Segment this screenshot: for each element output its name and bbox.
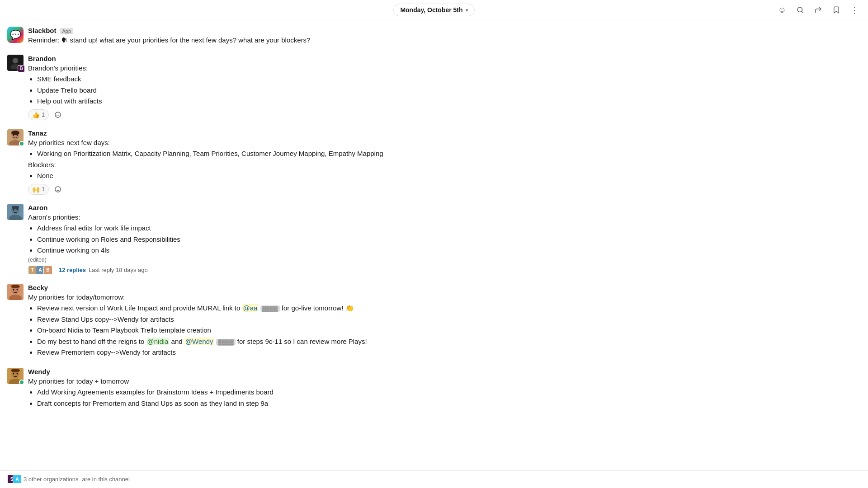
reply-avatars: T A B: [28, 266, 52, 275]
message-aaron: Aaron Aaron's priorities: Address final …: [7, 203, 861, 276]
wendy-text: My priorities for today + tomorrow Add W…: [28, 376, 861, 409]
avatar-tanaz: [7, 129, 24, 145]
tanaz-add-reaction[interactable]: [52, 184, 64, 195]
brandon-item-2: Update Trello board: [37, 85, 861, 96]
top-right-icons: ☺ ⋮: [776, 4, 861, 16]
avatar-becky: [7, 284, 24, 300]
mention-nidia[interactable]: @nidia: [146, 338, 170, 345]
brandon-text: Brandon's priorities: SME feedback Updat…: [28, 63, 861, 107]
aaron-content: Aaron Aaron's priorities: Address final …: [28, 204, 861, 275]
aaron-item-3: Continue working on 4ls: [37, 245, 861, 256]
wendy-content: Wendy My priorities for today + tomorrow…: [28, 368, 861, 410]
date-pill[interactable]: Monday, October 5th ▾: [393, 4, 474, 16]
svg-point-25: [13, 289, 14, 290]
org-avatar-2: A: [13, 474, 22, 483]
date-label: Monday, October 5th: [400, 6, 462, 14]
becky-item-4: Do my best to hand off the reigns to @ni…: [37, 337, 861, 347]
org-info: S A 3 other organizations are in this ch…: [7, 474, 861, 483]
tanaz-text: My priorities next few days: Working on …: [28, 138, 861, 181]
reply-count[interactable]: 12 replies: [59, 267, 86, 273]
tanaz-item-1: Working on Prioritization Matrix, Capaci…: [37, 149, 861, 159]
becky-item-3: On-board Nidia to Team Playbook Trello t…: [37, 325, 861, 336]
mention-aa[interactable]: @aa: [242, 304, 259, 312]
svg-rect-21: [12, 206, 19, 209]
top-bar: Monday, October 5th ▾ ☺ ⋮: [0, 0, 868, 20]
becky-text: My priorities for today/tomorrow: Review…: [28, 292, 861, 358]
avatar-slackbot: 💬: [7, 27, 24, 43]
becky-header: Becky: [28, 284, 861, 291]
more-icon[interactable]: ⋮: [848, 4, 861, 16]
brandon-content: Brandon Brandon's priorities: SME feedba…: [28, 55, 861, 120]
reply-time: Last reply 18 days ago: [89, 267, 148, 273]
aaron-thread-replies[interactable]: T A B 12 replies Last reply 18 days ago: [28, 266, 861, 275]
bookmark-icon[interactable]: [830, 4, 843, 16]
tanaz-reactions: 🙌1: [28, 184, 861, 195]
message-slackbot: 💬 Slackbot App Reminder: 🗣 stand up! wha…: [7, 26, 861, 47]
org-suffix: are in this channel: [82, 476, 130, 483]
aaron-item-2: Continue working on Roles and Responsibi…: [37, 235, 861, 245]
tanaz-blocker-1: None: [37, 171, 861, 181]
svg-point-31: [13, 373, 14, 374]
message-becky: Becky My priorities for today/tomorrow: …: [7, 283, 861, 360]
svg-point-27: [11, 285, 20, 288]
becky-content: Becky My priorities for today/tomorrow: …: [28, 284, 861, 359]
svg-point-20: [17, 209, 18, 210]
avatar-wendy: [7, 368, 24, 384]
tanaz-sender: Tanaz: [28, 129, 47, 137]
aaron-header: Aaron: [28, 204, 861, 211]
wendy-header: Wendy: [28, 368, 861, 375]
slackbot-sender: Slackbot: [28, 27, 57, 34]
slackbot-header: Slackbot App: [28, 27, 861, 34]
svg-point-4: [55, 112, 61, 117]
aaron-edited: (edited): [28, 257, 861, 263]
message-tanaz: Tanaz My priorities next few days: Worki…: [7, 128, 861, 196]
aaron-item-1: Address final edits for work life impact: [37, 223, 861, 234]
brandon-add-reaction[interactable]: [52, 109, 64, 120]
brandon-header: Brandon: [28, 55, 861, 62]
svg-point-26: [17, 289, 18, 290]
brandon-sender: Brandon: [28, 55, 56, 62]
aaron-sender: Aaron: [28, 204, 47, 211]
svg-line-1: [802, 11, 803, 13]
search-icon[interactable]: [794, 4, 807, 16]
message-wendy: Wendy My priorities for today + tomorrow…: [7, 367, 861, 411]
brandon-item-3: Help out with artifacts: [37, 96, 861, 107]
svg-point-0: [797, 7, 802, 12]
aaron-text: Aaron's priorities: Address final edits …: [28, 212, 861, 256]
svg-point-13: [55, 187, 61, 192]
mention-wendy[interactable]: @Wendy: [184, 338, 214, 345]
reply-avatar-becky: B: [43, 266, 52, 275]
avatar-aaron: [7, 204, 24, 220]
org-count: 3 other organizations: [24, 476, 78, 483]
becky-item-5: Review Premortem copy-->Wendy for artifa…: [37, 347, 861, 358]
svg-point-33: [11, 369, 20, 372]
avatar-brandon: B: [7, 55, 24, 71]
org-avatars: S A: [7, 474, 20, 483]
brandon-item-1: SME feedback: [37, 74, 861, 84]
slackbot-text: Reminder: 🗣 stand up! what are your prio…: [28, 35, 861, 46]
svg-point-12: [11, 131, 19, 135]
slackbot-app-badge: App: [60, 28, 74, 34]
forward-icon[interactable]: [812, 4, 825, 16]
svg-point-32: [17, 373, 18, 374]
tanaz-reaction-raised[interactable]: 🙌1: [28, 184, 49, 195]
brandon-badge: B: [18, 65, 25, 72]
svg-point-2: [13, 58, 18, 63]
tanaz-content: Tanaz My priorities next few days: Worki…: [28, 129, 861, 195]
emoji-icon[interactable]: ☺: [776, 4, 788, 16]
brandon-reaction-thumbs[interactable]: 👍1: [28, 109, 49, 120]
message-brandon: B Brandon Brandon's priorities: SME feed…: [7, 54, 861, 121]
chevron-down-icon: ▾: [466, 8, 468, 13]
slackbot-content: Slackbot App Reminder: 🗣 stand up! what …: [28, 27, 861, 46]
wendy-item-1: Add Working Agreements examples for Brai…: [37, 387, 861, 398]
wendy-item-2: Draft concepts for Premortem and Stand U…: [37, 399, 861, 409]
becky-item-1: Review next version of Work Life Impact …: [37, 303, 861, 314]
becky-item-2: Review Stand Ups copy-->Wendy for artifa…: [37, 314, 861, 325]
brandon-reactions: 👍1: [28, 109, 861, 120]
becky-sender: Becky: [28, 284, 48, 291]
tanaz-header: Tanaz: [28, 129, 861, 137]
wendy-sender: Wendy: [28, 368, 50, 375]
chat-area: 💬 Slackbot App Reminder: 🗣 stand up! wha…: [0, 20, 868, 470]
svg-point-19: [13, 209, 14, 210]
bottom-bar: S A 3 other organizations are in this ch…: [0, 470, 868, 488]
